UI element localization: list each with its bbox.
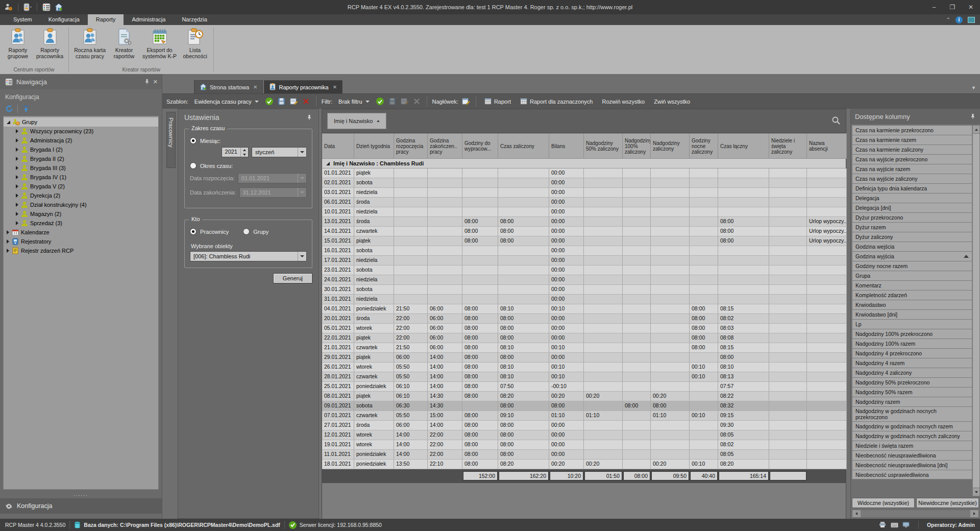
collapse-all-button[interactable]: Zwiń wszystko bbox=[651, 97, 693, 106]
tree-item-brygada-v-2-[interactable]: Brygada V (2) bbox=[4, 182, 158, 191]
table-cell[interactable] bbox=[623, 275, 651, 285]
table-cell[interactable]: środa bbox=[354, 198, 394, 207]
table-cell[interactable] bbox=[428, 295, 462, 304]
table-cell[interactable] bbox=[807, 304, 847, 314]
groups-radio[interactable] bbox=[243, 228, 250, 235]
table-row[interactable]: 20.01.2021środa22:0006:0008:0008:0000:00… bbox=[322, 314, 846, 324]
column-item[interactable]: Czas na karmienie razem bbox=[852, 135, 972, 144]
table-cell[interactable]: czwartek bbox=[354, 411, 394, 421]
table-cell[interactable] bbox=[690, 440, 718, 450]
table-cell[interactable]: 08:00 bbox=[462, 353, 498, 363]
column-item[interactable]: Godzina wejścia bbox=[852, 242, 972, 251]
column-item[interactable]: Czas na wyjście przekroczono bbox=[852, 154, 972, 164]
table-cell[interactable]: 00:00 bbox=[549, 421, 584, 430]
table-row[interactable]: 21.01.2021czwartek21:5006:0008:0008:1000… bbox=[322, 343, 846, 353]
table-cell[interactable]: 22.01.2021 bbox=[322, 333, 354, 343]
table-cell[interactable] bbox=[769, 372, 807, 382]
table-cell[interactable] bbox=[623, 207, 651, 217]
column-item[interactable]: Lp bbox=[852, 319, 972, 329]
table-cell[interactable]: czwartek bbox=[354, 372, 394, 382]
table-cell[interactable] bbox=[651, 304, 690, 314]
table-cell[interactable] bbox=[690, 256, 718, 266]
year-spinner[interactable]: 2021 bbox=[222, 147, 249, 157]
tree-collapsed-icon[interactable] bbox=[16, 129, 18, 133]
maximize-button[interactable]: ❐ bbox=[943, 0, 962, 14]
table-cell[interactable] bbox=[623, 411, 651, 421]
menu-tab-raporty[interactable]: Raporty bbox=[88, 14, 124, 25]
table-cell[interactable]: 00:00 bbox=[549, 178, 584, 188]
table-cell[interactable]: 08:00 bbox=[462, 411, 498, 421]
table-cell[interactable] bbox=[769, 217, 807, 227]
table-cell[interactable]: środa bbox=[354, 421, 394, 430]
table-cell[interactable] bbox=[584, 382, 623, 392]
column-item[interactable]: Dyżur zaliczony bbox=[852, 232, 972, 242]
tree-item-dział-konstrukcyjny-4-[interactable]: Dział konstrukcyjny (4) bbox=[4, 200, 158, 209]
table-cell[interactable]: 00:20 bbox=[549, 460, 584, 469]
table-cell[interactable] bbox=[623, 421, 651, 430]
grid-header-cell[interactable]: Godziny do wypracow... bbox=[462, 133, 498, 159]
table-cell[interactable]: 08:15 bbox=[718, 304, 769, 314]
ribbon-button-lista-obecnoci[interactable]: Listaobecności bbox=[179, 27, 211, 66]
table-row[interactable]: 01.01.2021piątek00:00 bbox=[322, 168, 846, 178]
table-cell[interactable] bbox=[651, 421, 690, 430]
table-cell[interactable]: 00:10 bbox=[690, 411, 718, 421]
table-row[interactable]: 03.01.2021niedziela00:00 bbox=[322, 188, 846, 198]
table-cell[interactable]: 22:10 bbox=[428, 460, 462, 469]
table-cell[interactable]: 00:00 bbox=[549, 246, 584, 256]
table-cell[interactable] bbox=[807, 411, 847, 421]
table-cell[interactable]: 05:50 bbox=[394, 363, 428, 372]
tree-item-rejestratory[interactable]: Rejestratory bbox=[4, 237, 158, 246]
table-cell[interactable] bbox=[651, 178, 690, 188]
table-cell[interactable] bbox=[623, 430, 651, 440]
table-cell[interactable] bbox=[807, 314, 847, 324]
selected-objects-dropdown[interactable]: [006]: Chambless Rudi bbox=[190, 251, 307, 261]
table-cell[interactable]: 08:05 bbox=[718, 430, 769, 440]
tab-strona-startowa[interactable]: Strona startowa✕ bbox=[194, 80, 263, 93]
grid-header-cell[interactable]: Niedziele i święta zaliczony bbox=[769, 133, 807, 159]
table-cell[interactable] bbox=[623, 285, 651, 295]
table-cell[interactable] bbox=[623, 227, 651, 236]
navigation-footer-bar[interactable]: Konfiguracja bbox=[0, 498, 162, 514]
table-cell[interactable] bbox=[462, 246, 498, 256]
table-cell[interactable] bbox=[584, 168, 623, 178]
table-cell[interactable]: sobota bbox=[354, 246, 394, 256]
table-cell[interactable]: czwartek bbox=[354, 227, 394, 236]
table-row[interactable]: 27.01.2021środa06:0014:0008:0008:0000:00… bbox=[322, 421, 846, 430]
table-cell[interactable] bbox=[584, 275, 623, 285]
tree-item-brygada-ii-2-[interactable]: Brygada II (2) bbox=[4, 154, 158, 163]
table-cell[interactable] bbox=[807, 275, 847, 285]
hidden-all-button[interactable]: Niewidoczne (wszystkie) bbox=[916, 498, 979, 508]
table-cell[interactable]: 00:10 bbox=[549, 343, 584, 353]
table-cell[interactable]: 08:00 bbox=[690, 343, 718, 353]
table-cell[interactable]: 25.01.2021 bbox=[322, 382, 354, 392]
table-cell[interactable]: 08:00 bbox=[498, 333, 549, 343]
table-cell[interactable] bbox=[498, 266, 549, 275]
table-cell[interactable] bbox=[498, 188, 549, 198]
table-cell[interactable]: sobota bbox=[354, 401, 394, 411]
table-cell[interactable]: 21.01.2021 bbox=[322, 343, 354, 353]
report-selected-button[interactable]: Raport dla zaznaczonych bbox=[517, 96, 596, 106]
tree-collapsed-icon[interactable] bbox=[16, 138, 18, 142]
table-cell[interactable]: poniedziałek bbox=[354, 460, 394, 469]
grid-header-cell[interactable]: Dzień tygodnia bbox=[354, 133, 394, 159]
table-cell[interactable]: 00:10 bbox=[549, 372, 584, 382]
table-cell[interactable]: 00:00 bbox=[549, 285, 584, 295]
table-cell[interactable]: 14:30 bbox=[428, 401, 462, 411]
table-cell[interactable] bbox=[498, 285, 549, 295]
table-cell[interactable] bbox=[690, 421, 718, 430]
table-cell[interactable]: 08:00 bbox=[690, 304, 718, 314]
table-cell[interactable]: 18.01.2021 bbox=[322, 460, 354, 469]
table-cell[interactable]: 08:03 bbox=[718, 324, 769, 333]
table-cell[interactable] bbox=[394, 275, 428, 285]
table-cell[interactable] bbox=[623, 314, 651, 324]
grid-group-row[interactable]: Imię i Nazwisko : Chambless Rudi bbox=[322, 159, 846, 168]
table-cell[interactable] bbox=[807, 440, 847, 450]
table-cell[interactable] bbox=[690, 430, 718, 440]
tab-close-icon[interactable]: ✕ bbox=[253, 84, 257, 90]
tree-item-wszyscy-pracownicy-23-[interactable]: Wszyscy pracownicy (23) bbox=[4, 127, 158, 136]
tree-collapsed-icon[interactable] bbox=[16, 148, 18, 152]
table-cell[interactable] bbox=[584, 295, 623, 304]
table-cell[interactable] bbox=[428, 246, 462, 256]
grid-header-cell[interactable]: Czas łączny bbox=[718, 133, 769, 159]
table-cell[interactable] bbox=[623, 295, 651, 304]
